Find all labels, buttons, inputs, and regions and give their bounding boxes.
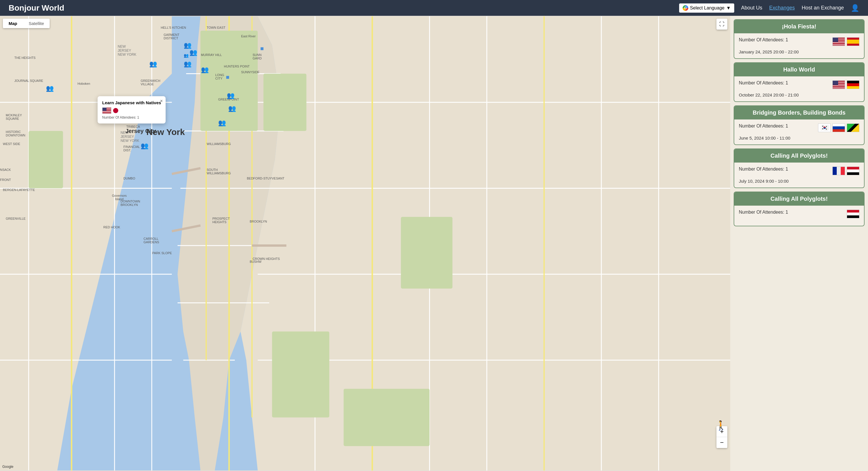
event-card-2[interactable]: Hallo World Number Of Attendees: 1 Octob… xyxy=(734,62,865,102)
host-exchange-link[interactable]: Host an Exchange xyxy=(802,5,844,11)
flag-kr-3: 🇰🇷 xyxy=(818,123,831,132)
popup-title: Learn Japanese with Natives xyxy=(102,100,161,105)
event-flags-2 xyxy=(832,81,859,89)
event-flags-1 xyxy=(832,37,859,46)
map-marker-6[interactable]: 👥 xyxy=(201,66,209,73)
flag-us-2 xyxy=(832,81,845,89)
app-logo: Bonjour World xyxy=(9,3,64,12)
event-card-1[interactable]: ¡Hola Fiesta! Number Of Attendees: 1 Jan… xyxy=(734,19,865,59)
zoom-out-button[interactable]: − xyxy=(716,437,727,448)
event-body-3: Number Of Attendees: 1 🇰🇷 June 5, 2024 1… xyxy=(734,119,864,144)
event-flags-5 xyxy=(847,210,859,218)
select-language-button[interactable]: G Select Language ▼ xyxy=(679,3,734,12)
about-us-link[interactable]: About Us xyxy=(741,5,763,11)
event-attendees-2: Number Of Attendees: 1 xyxy=(739,81,788,86)
select-language-label: Select Language xyxy=(690,5,724,11)
event-card-5[interactable]: Calling All Polyglots! Number Of Attende… xyxy=(734,192,865,226)
event-attendees-5: Number Of Attendees: 1 xyxy=(739,210,788,215)
event-body-4: Number Of Attendees: 1 July 10, 2024 9:0… xyxy=(734,163,864,187)
map-marker-2[interactable]: 👥 xyxy=(149,60,157,68)
popup-flags xyxy=(102,108,161,114)
event-flags-3: 🇰🇷 xyxy=(818,123,859,132)
map-area[interactable]: THE HEIGHTS JOURNAL SQUARE MCKINLEYSQUAR… xyxy=(0,16,730,471)
flag-ru-3 xyxy=(832,123,845,132)
google-logo: Google xyxy=(2,465,13,469)
event-date-4: July 10, 2024 9:00 - 10:00 xyxy=(739,179,859,183)
chevron-down-icon: ▼ xyxy=(726,5,731,11)
event-date-1: January 24, 2025 20:00 - 22:00 xyxy=(739,50,859,54)
svg-rect-41 xyxy=(260,48,264,50)
event-body-2: Number Of Attendees: 1 October 22, 2024 … xyxy=(734,77,864,101)
svg-rect-36 xyxy=(344,389,429,446)
event-row-4: Number Of Attendees: 1 xyxy=(739,167,859,175)
svg-rect-34 xyxy=(29,131,63,188)
flag-de-2 xyxy=(847,81,859,89)
svg-rect-33 xyxy=(264,73,307,131)
map-marker-9[interactable]: 👥 xyxy=(218,119,226,127)
map-marker-8[interactable]: 👥 xyxy=(228,105,236,112)
map-toggle: Map Satellite xyxy=(3,19,50,28)
svg-rect-37 xyxy=(272,331,330,417)
flag-eg-5 xyxy=(847,210,859,218)
event-card-3[interactable]: Bridging Borders, Building Bonds Number … xyxy=(734,106,865,145)
event-row-2: Number Of Attendees: 1 xyxy=(739,81,859,89)
event-flags-4 xyxy=(832,167,859,175)
event-title-3: Bridging Borders, Building Bonds xyxy=(734,106,864,119)
svg-rect-32 xyxy=(200,31,258,131)
event-attendees-1: Number Of Attendees: 1 xyxy=(739,37,788,42)
event-row-3: Number Of Attendees: 1 🇰🇷 xyxy=(739,123,859,132)
map-marker-4[interactable]: 👥 xyxy=(189,49,197,56)
map-marker-1[interactable]: 👥 xyxy=(46,85,54,92)
event-body-5: Number Of Attendees: 1 xyxy=(734,206,864,226)
right-panel: ¡Hola Fiesta! Number Of Attendees: 1 Jan… xyxy=(730,16,868,471)
svg-rect-35 xyxy=(401,217,453,288)
flag-us-1 xyxy=(832,37,845,46)
event-title-5: Calling All Polyglots! xyxy=(734,192,864,206)
map-marker-10[interactable]: 👥 xyxy=(141,142,148,150)
flag-es-1 xyxy=(847,37,859,46)
event-date-2: October 22, 2024 20:00 - 21:00 xyxy=(739,92,859,97)
flag-tz-3 xyxy=(847,123,859,132)
map-marker-3[interactable]: 👥 xyxy=(184,42,191,49)
map-popup: × Learn Japanese with Natives Number Of … xyxy=(98,96,166,123)
popup-flag-jp xyxy=(113,108,118,113)
main-nav: G Select Language ▼ About Us Exchanges H… xyxy=(679,3,859,12)
event-row-1: Number Of Attendees: 1 xyxy=(739,37,859,46)
flag-fr-4 xyxy=(832,167,845,175)
main-content: THE HEIGHTS JOURNAL SQUARE MCKINLEYSQUAR… xyxy=(0,16,868,471)
app-header: Bonjour World G Select Language ▼ About … xyxy=(0,0,868,16)
street-view-icon[interactable]: 🚶 xyxy=(715,420,727,431)
popup-flag-us xyxy=(102,108,112,114)
map-marker-7[interactable]: 👥 xyxy=(227,92,235,99)
event-title-1: ¡Hola Fiesta! xyxy=(734,20,864,33)
map-marker-5[interactable]: 👥 xyxy=(184,60,191,68)
satellite-view-button[interactable]: Satellite xyxy=(23,19,50,28)
popup-close-button[interactable]: × xyxy=(160,98,163,104)
event-body-1: Number Of Attendees: 1 January 24, 2025 … xyxy=(734,33,864,58)
event-title-2: Hallo World xyxy=(734,63,864,77)
event-row-5: Number Of Attendees: 1 xyxy=(739,210,859,218)
event-card-4[interactable]: Calling All Polyglots! Number Of Attende… xyxy=(734,148,865,188)
exchanges-link[interactable]: Exchanges xyxy=(769,5,795,11)
event-attendees-3: Number Of Attendees: 1 xyxy=(739,123,788,129)
event-date-3: June 5, 2024 10:00 - 11:00 xyxy=(739,136,859,141)
google-icon: G xyxy=(683,5,688,11)
map-view-button[interactable]: Map xyxy=(3,19,23,28)
svg-rect-42 xyxy=(226,76,229,79)
popup-attendees: Number Of Attendees: 1 xyxy=(102,115,161,119)
flag-eg-4 xyxy=(847,167,859,175)
map-marker-3b[interactable]: 👥 xyxy=(184,53,189,58)
event-attendees-4: Number Of Attendees: 1 xyxy=(739,167,788,172)
fullscreen-button[interactable]: ⛶ xyxy=(716,19,727,30)
user-icon[interactable]: 👤 xyxy=(851,4,859,12)
event-title-4: Calling All Polyglots! xyxy=(734,149,864,163)
